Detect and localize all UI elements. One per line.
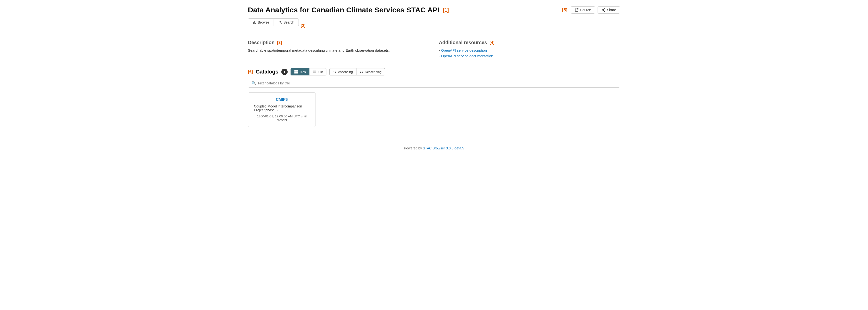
resources-list: OpenAPI service description OpenAPI serv…: [439, 48, 620, 58]
catalog-card-date: 1850-01-01, 12:00:00 AM UTC until presen…: [254, 114, 310, 122]
list-view-button[interactable]: List: [309, 68, 327, 76]
resource-item-2: OpenAPI service documentation: [439, 54, 620, 58]
share-icon: [602, 8, 606, 12]
description-heading: Description [3]: [248, 40, 429, 45]
svg-rect-14: [297, 72, 298, 74]
catalogs-section: [6] Catalogs 1 Tiles: [248, 68, 620, 127]
catalogs-title: Catalogs: [256, 69, 278, 75]
source-button[interactable]: Source: [571, 6, 595, 13]
search-icon: [278, 20, 282, 24]
catalog-card-title: CMIP6: [254, 97, 310, 102]
nav-ref-badge: [2]: [301, 24, 306, 28]
resources-title: Additional resources: [439, 40, 487, 45]
svg-point-2: [604, 11, 605, 12]
filter-search-icon: 🔍: [251, 81, 256, 85]
resources-ref-badge: [4]: [490, 40, 495, 45]
description-ref-badge: [3]: [277, 40, 282, 45]
browse-label: Browse: [258, 20, 269, 24]
page-title: Data Analytics for Canadian Climate Serv…: [248, 6, 440, 14]
resources-section: Additional resources [4] OpenAPI service…: [439, 40, 620, 59]
header-actions: [5] Source Share: [562, 6, 620, 13]
stac-browser-version: 3.0.0-beta.5: [446, 146, 464, 150]
descending-icon: [360, 70, 364, 74]
title-ref-badge: [1]: [443, 7, 449, 13]
tiles-label: Tiles: [299, 70, 306, 74]
share-label: Share: [607, 8, 616, 12]
catalogs-ref-badge: [6]: [248, 69, 253, 74]
filter-input[interactable]: [258, 81, 617, 85]
catalogs-count-badge: 1: [281, 69, 288, 75]
svg-line-0: [577, 8, 578, 10]
browse-tab[interactable]: Browse: [248, 19, 274, 26]
footer: Powered by STAC Browser 3.0.0-beta.5: [248, 141, 620, 155]
view-controls: Tiles List: [290, 68, 327, 76]
ascending-icon: [333, 70, 337, 74]
resources-heading: Additional resources [4]: [439, 40, 620, 45]
svg-point-9: [279, 21, 281, 23]
list-icon: [313, 70, 317, 74]
svg-rect-12: [297, 70, 298, 72]
ascending-label: Ascending: [338, 70, 353, 74]
header-ref-badge: [5]: [562, 7, 567, 12]
catalog-card[interactable]: CMIP6 Coupled Model Intercomparison Proj…: [248, 92, 316, 127]
svg-rect-8: [255, 21, 256, 24]
link-icon: [575, 8, 579, 12]
nav-row: Browse Search [2]: [248, 19, 620, 33]
nav-tabs: Browse Search: [248, 19, 299, 26]
svg-rect-11: [294, 70, 296, 72]
stac-browser-link[interactable]: STAC Browser 3.0.0-beta.5: [423, 146, 464, 150]
svg-rect-13: [294, 72, 296, 74]
search-label: Search: [283, 20, 294, 24]
header-title-group: Data Analytics for Canadian Climate Serv…: [248, 6, 449, 14]
svg-line-5: [603, 10, 604, 11]
svg-line-10: [281, 23, 282, 24]
sort-controls: Ascending Descending: [329, 68, 385, 76]
header-row: Data Analytics for Canadian Climate Serv…: [248, 6, 620, 14]
stac-browser-label: STAC Browser: [423, 146, 445, 150]
description-resources-section: Description [3] Searchable spatiotempora…: [248, 40, 620, 59]
descending-sort-button[interactable]: Descending: [356, 68, 385, 76]
tiles-view-button[interactable]: Tiles: [290, 68, 309, 76]
catalogs-header: [6] Catalogs 1 Tiles: [248, 68, 620, 76]
catalog-card-description: Coupled Model Intercomparison Project ph…: [254, 104, 310, 112]
list-label: List: [318, 70, 323, 74]
openapi-documentation-link[interactable]: OpenAPI service documentation: [441, 54, 493, 58]
search-tab[interactable]: Search: [274, 19, 299, 26]
description-section: Description [3] Searchable spatiotempora…: [248, 40, 429, 59]
description-title: Description: [248, 40, 275, 45]
resource-item-1: OpenAPI service description: [439, 48, 620, 52]
filter-row: 🔍: [248, 79, 620, 88]
source-label: Source: [580, 8, 591, 12]
browse-icon: [252, 20, 256, 24]
svg-point-3: [602, 10, 603, 10]
svg-rect-6: [253, 21, 254, 22]
description-text: Searchable spatiotemporal metadata descr…: [248, 48, 429, 52]
descending-label: Descending: [365, 70, 382, 74]
share-button[interactable]: Share: [597, 6, 620, 13]
tiles-icon: [294, 70, 298, 74]
catalog-cards-container: CMIP6 Coupled Model Intercomparison Proj…: [248, 92, 620, 127]
svg-point-1: [604, 8, 605, 9]
svg-line-4: [603, 9, 604, 10]
svg-rect-7: [253, 23, 254, 24]
ascending-sort-button[interactable]: Ascending: [329, 68, 356, 76]
openapi-description-link[interactable]: OpenAPI service description: [441, 48, 487, 52]
footer-powered-by: Powered by: [404, 146, 423, 150]
